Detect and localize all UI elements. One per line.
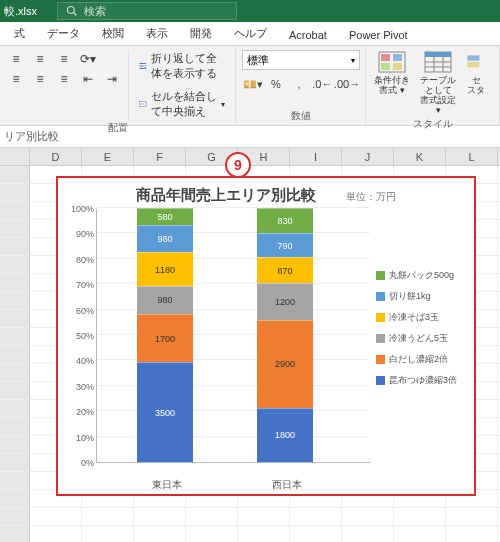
increase-decimal-button[interactable]: .0← [312,74,333,94]
tab-review[interactable]: 校閲 [92,22,134,45]
svg-point-0 [68,7,75,14]
select-all-corner[interactable] [0,148,30,165]
tab-powerpivot[interactable]: Power Pivot [339,25,418,45]
wrap-text-icon [139,59,147,73]
chevron-down-icon: ▾ [221,100,225,109]
col-header[interactable]: F [134,148,186,165]
col-header[interactable]: J [342,148,394,165]
align-center-button[interactable]: ≡ [30,70,50,88]
svg-rect-13 [425,52,451,57]
cell-styles-button[interactable]: セ スタ [464,50,488,116]
svg-rect-10 [381,63,390,70]
svg-rect-19 [467,62,479,67]
conditional-format-icon [377,50,407,74]
currency-button[interactable]: 💴▾ [242,74,263,94]
chart-plot-area: 東日本西日本 350017009801180980580180029001200… [96,209,370,463]
orientation-button[interactable]: ⟳▾ [78,50,98,68]
merge-cells-icon [139,97,147,111]
col-header[interactable]: E [82,148,134,165]
chart-bar: 180029001200870790830 [257,208,313,462]
align-middle-button[interactable]: ≡ [30,50,50,68]
percent-button[interactable]: % [265,74,286,94]
chart-segment: 830 [257,208,313,233]
col-header[interactable]: K [394,148,446,165]
worksheet-grid[interactable]: 9 商品年間売上エリア別比較 単位：万円 0%10%20%30%40%50%60… [0,166,500,542]
chart-segment: 2900 [257,320,313,408]
decrease-decimal-button[interactable]: .00→ [335,74,359,94]
alignment-group: ≡ ≡ ≡ ≡ ≡ ≡ ⟳▾ ⇤ ⇥ [0,46,236,125]
search-placeholder: 検索 [84,4,106,19]
svg-rect-9 [393,54,402,61]
align-bottom-button[interactable]: ≡ [54,50,74,68]
legend-swatch [376,271,385,280]
y-tick: 0% [81,458,94,468]
search-icon [66,5,78,17]
merge-center-button[interactable]: セルを結合して中央揃え ▾ [135,88,229,120]
chart-segment: 870 [257,257,313,283]
table-icon [423,50,453,74]
tab-acrobat[interactable]: Acrobat [279,25,337,45]
legend-item: 白だし濃縮2倍 [376,353,468,366]
x-category-label: 東日本 [127,478,207,492]
number-group-label: 数値 [242,108,359,124]
legend-item: 冷凍そば3玉 [376,311,468,324]
svg-rect-3 [139,66,143,67]
chart-segment: 1200 [257,283,313,319]
y-tick: 70% [76,280,94,290]
col-header[interactable]: L [446,148,498,165]
spacer [102,50,122,68]
wrap-text-button[interactable]: 折り返して全体を表示する [135,50,229,82]
indent-decrease-button[interactable]: ⇤ [78,70,98,88]
y-tick: 20% [76,407,94,417]
align-left-button[interactable]: ≡ [6,70,26,88]
tab-developer[interactable]: 開発 [180,22,222,45]
svg-rect-18 [467,55,479,60]
chart-segment: 1180 [137,252,193,286]
annotation-step-9: 9 [225,152,251,178]
legend-swatch [376,355,385,364]
comma-button[interactable]: , [289,74,310,94]
chart-segment: 980 [137,286,193,314]
number-group: 標準 ▾ 💴▾ % , .0← .00→ 数値 [236,46,366,125]
search-box[interactable]: 検索 [57,2,237,20]
ribbon-tabs: 式 データ 校閲 表示 開発 ヘルプ Acrobat Power Pivot [0,22,500,46]
chart-object[interactable]: 商品年間売上エリア別比較 単位：万円 0%10%20%30%40%50%60%7… [56,176,476,496]
tab-help[interactable]: ヘルプ [224,22,277,45]
chart-segment: 1700 [137,314,193,362]
ribbon: ≡ ≡ ≡ ≡ ≡ ≡ ⟳▾ ⇤ ⇥ [0,46,500,126]
tab-formula[interactable]: 式 [4,22,35,45]
y-tick: 90% [76,229,94,239]
legend-swatch [376,292,385,301]
col-header[interactable]: D [30,148,82,165]
chart-legend: 丸餅パック500g切り餅1kg冷凍そば3玉冷凍うどん5玉白だし濃縮2倍昆布つゆ濃… [370,209,470,479]
styles-group: 条件付き 書式 ▾ テーブルとして 書式設定 ▾ セ スタ スタイル [366,46,500,125]
conditional-format-button[interactable]: 条件付き 書式 ▾ [372,50,412,116]
svg-rect-4 [139,68,146,69]
svg-line-1 [74,13,77,16]
format-as-table-button[interactable]: テーブルとして 書式設定 ▾ [418,50,458,116]
chart-segment: 790 [257,233,313,257]
legend-item: 丸餅パック500g [376,269,468,282]
legend-label: 冷凍うどん5玉 [389,332,448,345]
legend-label: 白だし濃縮2倍 [389,353,448,366]
col-header[interactable]: I [290,148,342,165]
chart-segment: 980 [137,225,193,253]
tab-view[interactable]: 表示 [136,22,178,45]
number-format-combo[interactable]: 標準 ▾ [242,50,360,70]
y-tick: 100% [71,204,94,214]
chart-segment: 3500 [137,362,193,462]
legend-label: 昆布つゆ濃縮3倍 [389,374,457,387]
svg-rect-8 [381,54,390,61]
chart-bar: 350017009801180980580 [137,208,193,462]
title-bar: 較.xlsx 検索 [0,0,500,22]
y-tick: 40% [76,356,94,366]
y-tick: 80% [76,255,94,265]
cell-styles-icon [466,50,486,74]
y-tick: 60% [76,306,94,316]
tab-data[interactable]: データ [37,22,90,45]
align-right-button[interactable]: ≡ [54,70,74,88]
x-category-label: 西日本 [247,478,327,492]
align-top-button[interactable]: ≡ [6,50,26,68]
legend-label: 冷凍そば3玉 [389,311,439,324]
indent-increase-button[interactable]: ⇥ [102,70,122,88]
